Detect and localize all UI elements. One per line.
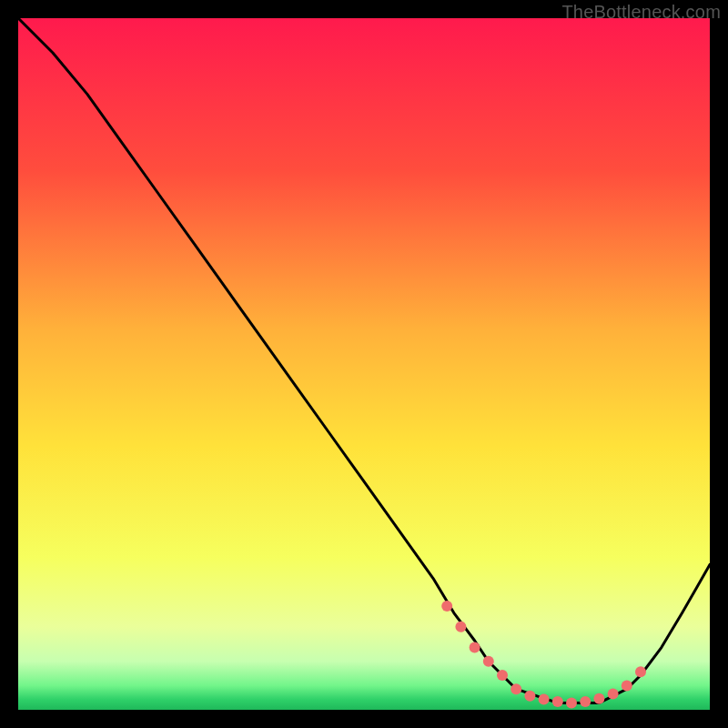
marker-dot — [593, 693, 604, 704]
marker-dot — [566, 697, 577, 708]
marker-dot — [455, 622, 466, 632]
marker-dot — [483, 656, 494, 667]
marker-dot — [622, 680, 632, 691]
marker-dot — [580, 696, 591, 707]
marker-dot — [552, 696, 563, 707]
chart-frame: TheBottleneck.com — [0, 0, 728, 728]
marker-dot — [511, 683, 521, 694]
gradient-background — [18, 18, 710, 710]
marker-dot — [539, 694, 550, 705]
marker-dot — [635, 666, 646, 677]
marker-dot — [497, 670, 508, 681]
marker-dot — [441, 601, 452, 612]
marker-dot — [608, 689, 619, 700]
marker-dot — [524, 691, 535, 702]
bottleneck-chart — [18, 18, 710, 710]
marker-dot — [470, 642, 480, 653]
